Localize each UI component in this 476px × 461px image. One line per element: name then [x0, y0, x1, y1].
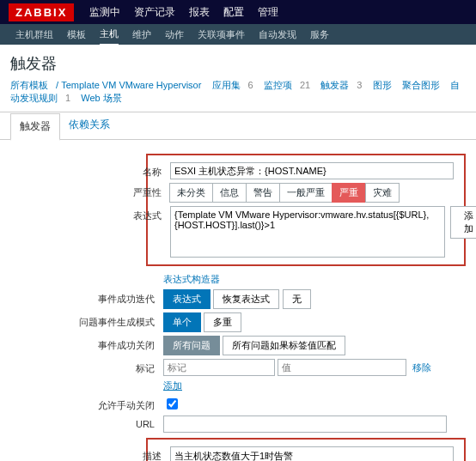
gen-single-button[interactable]: 单个	[163, 312, 201, 332]
tabs: 触发器 依赖关系	[0, 112, 476, 140]
label-description: 描述	[7, 446, 170, 461]
bc-drules-count: 1	[65, 93, 70, 103]
bc-all-templates[interactable]: 所有模板	[10, 80, 48, 90]
subnav-services[interactable]: 服务	[310, 25, 329, 45]
nav-reports[interactable]: 报表	[189, 5, 210, 20]
tag-value-input[interactable]	[278, 359, 406, 376]
subnav-hostgroups[interactable]: 主机群组	[15, 25, 53, 45]
close-all-button[interactable]: 所有问题	[163, 336, 220, 355]
nav-config[interactable]: 配置	[223, 5, 244, 20]
url-input[interactable]	[163, 416, 447, 433]
nav-admin[interactable]: 管理	[258, 5, 278, 20]
tab-dependencies[interactable]: 依赖关系	[60, 112, 119, 140]
iter-expression-button[interactable]: 表达式	[163, 289, 211, 309]
sev-info[interactable]: 信息	[212, 183, 247, 203]
iter-none-button[interactable]: 无	[283, 289, 311, 309]
nav-assets[interactable]: 资产记录	[134, 5, 175, 20]
subnav-actions[interactable]: 动作	[165, 25, 184, 45]
subnav-maintenance[interactable]: 维护	[132, 25, 151, 45]
top-nav: ZABBIX 监测中 资产记录 报表 配置 管理	[0, 0, 476, 24]
subnav-hosts[interactable]: 主机	[100, 24, 119, 45]
subnav-correlation[interactable]: 关联项事件	[198, 25, 245, 45]
label-expression: 表达式	[7, 206, 170, 222]
sub-nav: 主机群组 模板 主机 维护 动作 关联项事件 自动发现 服务	[0, 24, 476, 45]
bc-apps-count: 6	[248, 80, 253, 90]
tag-name-input[interactable]	[163, 359, 275, 376]
sev-unclassified[interactable]: 未分类	[169, 183, 213, 203]
label-okclose: 事件成功关闭	[0, 336, 163, 352]
label-iteration: 事件成功迭代	[0, 289, 163, 306]
bc-web[interactable]: Web 场景	[81, 93, 121, 103]
name-input[interactable]	[170, 162, 454, 179]
label-severity: 严重性	[7, 183, 170, 199]
close-tagmatch-button[interactable]: 所有问题如果标签值匹配	[223, 336, 345, 355]
label-tags: 标记	[0, 359, 163, 375]
sev-warning[interactable]: 警告	[246, 183, 280, 203]
subnav-discovery[interactable]: 自动发现	[259, 25, 296, 45]
form: 名称 严重性 未分类 信息 警告 一般严重 严重 灾难 表达式 添加	[0, 140, 476, 461]
breadcrumb: 所有模板 / Template VM VMware Hypervisor 应用集…	[0, 79, 476, 112]
add-expression-button[interactable]: 添加	[450, 206, 476, 239]
logo: ZABBIX	[9, 3, 74, 21]
label-name: 名称	[7, 162, 170, 179]
bc-items-count: 21	[300, 80, 310, 90]
bc-triggers[interactable]: 触发器	[320, 80, 349, 90]
expression-input[interactable]	[170, 206, 445, 258]
expression-builder-link[interactable]: 表达式构造器	[163, 274, 220, 284]
bc-apps[interactable]: 应用集	[212, 80, 241, 90]
manual-close-checkbox[interactable]	[167, 398, 178, 409]
bc-screens[interactable]: 聚合图形	[402, 80, 440, 90]
description-input[interactable]	[170, 446, 454, 461]
iter-recovery-button[interactable]: 恢复表达式	[213, 289, 279, 309]
remove-tag-link[interactable]: 移除	[412, 362, 431, 373]
add-tag-link[interactable]: 添加	[163, 380, 182, 391]
bc-graphs[interactable]: 图形	[373, 80, 392, 90]
gen-multiple-button[interactable]: 多重	[204, 312, 241, 332]
nav-monitor[interactable]: 监测中	[89, 5, 120, 20]
label-url: URL	[0, 416, 163, 429]
page-title: 触发器	[0, 45, 476, 79]
bc-template[interactable]: Template VM VMware Hypervisor	[61, 80, 201, 90]
label-manual-close: 允许手动关闭	[0, 396, 163, 412]
tab-trigger[interactable]: 触发器	[10, 113, 60, 141]
sev-disaster[interactable]: 灾难	[365, 183, 400, 203]
label-genmode: 问题事件生成模式	[0, 312, 163, 329]
bc-triggers-count: 3	[357, 80, 362, 90]
sev-average[interactable]: 一般严重	[279, 183, 333, 203]
bc-items[interactable]: 监控项	[264, 80, 292, 90]
subnav-templates[interactable]: 模板	[67, 25, 86, 45]
sev-high[interactable]: 严重	[332, 183, 366, 203]
